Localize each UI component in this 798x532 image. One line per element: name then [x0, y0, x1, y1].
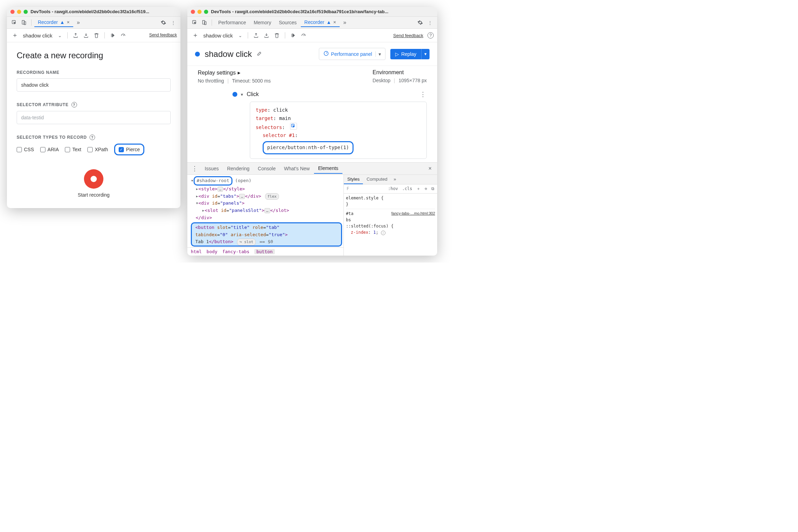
start-recording-button[interactable]: [84, 169, 103, 189]
checkbox-text[interactable]: Text: [65, 147, 81, 152]
import-icon[interactable]: [82, 31, 91, 40]
separator: [248, 32, 248, 38]
toggle-sidebar-icon[interactable]: ⧉: [430, 186, 436, 192]
separator: [212, 19, 212, 26]
speed-icon[interactable]: [299, 31, 308, 40]
export-icon[interactable]: [71, 31, 80, 40]
tab-recorder[interactable]: Recorder ▲ ×: [34, 18, 73, 27]
more-tabs-icon[interactable]: »: [74, 18, 83, 27]
export-icon[interactable]: [252, 31, 261, 40]
separator: [285, 32, 285, 38]
drawer-tab-elements[interactable]: Elements: [314, 163, 342, 174]
step-menu-icon[interactable]: ⋮: [420, 91, 427, 98]
step-over-icon[interactable]: [289, 31, 298, 40]
selector-attribute-input[interactable]: [17, 111, 171, 124]
selector-value-highlighted[interactable]: pierce/button:nth-of-type(1): [263, 141, 354, 154]
minimize-window[interactable]: [197, 10, 202, 14]
crumb-button[interactable]: button: [254, 249, 275, 254]
device-toggle-icon[interactable]: [19, 18, 28, 27]
traffic-lights: [191, 10, 208, 14]
kebab-menu-icon[interactable]: ⋮: [425, 18, 434, 27]
styles-filter-row: F :hov .cls ＋ ⎆ ⧉: [344, 185, 437, 194]
styles-panel: Styles Computed » F :hov .cls ＋ ⎆ ⧉ elem…: [343, 175, 437, 256]
edit-title-icon[interactable]: [257, 51, 262, 57]
replay-button[interactable]: ▷ Replay: [390, 49, 421, 59]
hov-toggle[interactable]: :hov: [387, 186, 399, 192]
styles-tab-styles[interactable]: Styles: [344, 175, 363, 184]
checkbox-xpath[interactable]: XPath: [87, 147, 108, 152]
drawer-tab-rendering[interactable]: Rendering: [223, 164, 254, 173]
drawer-tab-issues[interactable]: Issues: [201, 164, 223, 173]
step-name[interactable]: Click: [247, 91, 259, 97]
help-icon[interactable]: ?: [71, 102, 77, 108]
info-icon[interactable]: i: [381, 231, 385, 235]
inspect-icon[interactable]: [10, 18, 19, 27]
close-window[interactable]: [191, 10, 195, 14]
crumb-body[interactable]: body: [206, 249, 217, 254]
more-tabs-icon[interactable]: »: [340, 18, 349, 27]
expand-step-icon[interactable]: ▾: [241, 92, 243, 97]
replay-settings-toggle[interactable]: Replay settings ▸: [198, 69, 271, 76]
chevron-down-icon[interactable]: ▾: [375, 51, 381, 57]
settings-icon[interactable]: [416, 18, 425, 27]
step-over-icon[interactable]: [108, 31, 117, 40]
tab-sources[interactable]: Sources: [275, 18, 300, 27]
tab-memory[interactable]: Memory: [250, 18, 275, 27]
tab-recorder[interactable]: Recorder ▲ ×: [301, 18, 340, 27]
filter-input[interactable]: F: [345, 186, 350, 192]
create-recording-form: Create a new recording RECORDING NAME SE…: [7, 42, 180, 208]
zoom-window[interactable]: [204, 10, 208, 14]
delete-icon[interactable]: [92, 31, 101, 40]
checkbox-aria[interactable]: ARIA: [40, 147, 59, 152]
checkbox-pierce-highlighted: ✓Pierce: [114, 144, 144, 155]
more-tabs-icon[interactable]: »: [391, 175, 399, 184]
close-tab-icon[interactable]: ×: [333, 19, 336, 25]
source-link[interactable]: fancy-tabs-…mo.html:302: [391, 211, 435, 216]
add-recording-icon[interactable]: [10, 31, 19, 40]
styles-rules[interactable]: element.style { } fancy-tabs-…mo.html:30…: [344, 194, 437, 237]
delete-icon[interactable]: [272, 31, 281, 40]
checkbox-css[interactable]: CSS: [17, 147, 34, 152]
settings-icon[interactable]: [159, 18, 168, 27]
flow-name[interactable]: shadow click: [201, 33, 235, 38]
help-icon[interactable]: ?: [90, 135, 95, 140]
drawer-menu-icon[interactable]: ⋮: [189, 163, 201, 174]
close-tab-icon[interactable]: ×: [67, 19, 69, 25]
replay-options-icon[interactable]: ▾: [421, 49, 430, 59]
inspect-icon[interactable]: [190, 18, 199, 27]
computed-styles-icon[interactable]: ⎆: [423, 186, 428, 192]
drawer-tab-console[interactable]: Console: [254, 164, 280, 173]
elements-tree[interactable]: ▾#shadow-root (open) ▸<style>…</style> ▸…: [187, 175, 343, 247]
close-drawer-icon[interactable]: ×: [425, 163, 435, 174]
crumb-html[interactable]: html: [191, 249, 202, 254]
checkbox-pierce[interactable]: ✓Pierce: [119, 147, 140, 152]
device-toggle-icon[interactable]: [200, 18, 209, 27]
flow-name[interactable]: shadow click: [21, 33, 54, 38]
drawer-tabbar: ⋮ Issues Rendering Console What's New El…: [187, 162, 437, 175]
zoom-window[interactable]: [24, 10, 28, 14]
recording-name-input[interactable]: [17, 78, 171, 92]
new-style-rule-icon[interactable]: ＋: [415, 185, 422, 192]
cls-toggle[interactable]: .cls: [401, 186, 414, 192]
close-window[interactable]: [10, 10, 15, 14]
performance-panel-button[interactable]: Performance panel ▾: [319, 48, 385, 60]
kebab-menu-icon[interactable]: ⋮: [169, 18, 178, 27]
flow-dropdown-icon[interactable]: ⌄: [238, 33, 242, 38]
flow-dropdown-icon[interactable]: ⌄: [58, 33, 62, 38]
help-icon[interactable]: ?: [427, 32, 434, 38]
crumb-fancy-tabs[interactable]: fancy-tabs: [222, 249, 249, 254]
send-feedback-link[interactable]: Send feedback: [393, 33, 423, 38]
import-icon[interactable]: [262, 31, 271, 40]
add-recording-icon[interactable]: [191, 31, 200, 40]
minimize-window[interactable]: [17, 10, 21, 14]
speed-icon[interactable]: [119, 31, 128, 40]
slot-badge[interactable]: ↪ slot: [237, 239, 256, 246]
flex-badge[interactable]: flex: [265, 193, 279, 200]
window-title: DevTools - rawgit.com/ebidel/2d2bb0cdec3…: [31, 9, 177, 14]
drawer-tab-whatsnew[interactable]: What's New: [280, 164, 314, 173]
selected-element-highlighted: <button slot="title" role="tab" tabindex…: [191, 222, 342, 247]
styles-tab-computed[interactable]: Computed: [363, 175, 391, 184]
send-feedback-link[interactable]: Send feedback: [149, 33, 177, 37]
pick-element-icon[interactable]: [290, 123, 297, 130]
tab-performance[interactable]: Performance: [215, 18, 249, 27]
